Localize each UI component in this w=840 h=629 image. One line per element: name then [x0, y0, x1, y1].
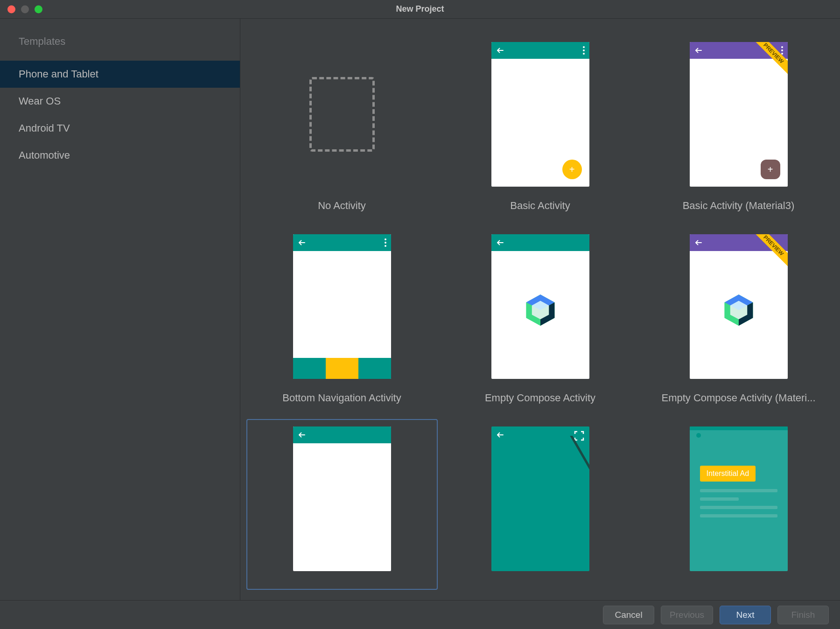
sidebar-item-android-tv[interactable]: Android TV [0, 115, 240, 142]
back-arrow-icon [694, 46, 703, 55]
fab-icon: + [562, 160, 582, 179]
sidebar-item-wear-os[interactable]: Wear OS [0, 88, 240, 115]
app-bar [491, 234, 589, 251]
app-bar [293, 426, 391, 443]
template-card[interactable]: Interstitial Ad [643, 419, 834, 590]
thumbnail-ads: Interstitial Ad [690, 426, 788, 571]
thumbnail-compose [491, 234, 589, 379]
window-title: New Project [396, 4, 444, 14]
more-icon [781, 46, 783, 55]
dialog-body: Templates Phone and TabletWear OSAndroid… [0, 19, 840, 600]
maximize-icon[interactable] [35, 5, 42, 13]
sidebar-item-label: Automotive [19, 149, 70, 161]
next-button[interactable]: Next [720, 606, 771, 624]
template-label: Basic Activity (Material3) [683, 200, 795, 212]
more-icon [583, 46, 585, 55]
sidebar-item-label: Phone and Tablet [19, 68, 98, 80]
template-card[interactable] [445, 419, 636, 590]
sidebar-header: Templates [0, 28, 240, 61]
back-arrow-icon [298, 238, 306, 247]
footer: Cancel Previous Next Finish [0, 600, 840, 629]
app-bar [293, 234, 391, 251]
template-label: Empty Compose Activity (Materi... [661, 392, 815, 404]
close-icon[interactable] [7, 5, 15, 13]
sidebar-item-label: Wear OS [19, 95, 61, 107]
sidebar-item-phone-and-tablet[interactable]: Phone and Tablet [0, 61, 240, 88]
cancel-button[interactable]: Cancel [603, 606, 654, 624]
template-label: Basic Activity [510, 200, 570, 212]
template-card[interactable]: No Activity [246, 35, 438, 217]
jetpack-compose-icon [523, 293, 558, 328]
placeholder-lines [700, 489, 777, 523]
sidebar-item-label: Android TV [19, 122, 70, 134]
template-card[interactable] [246, 419, 438, 590]
template-card[interactable]: +Basic Activity [445, 35, 636, 217]
thumbnail-fullscreen [491, 426, 589, 571]
ad-label: Interstitial Ad [700, 466, 756, 482]
fab-icon: + [761, 160, 780, 179]
new-project-window: New Project Templates Phone and TabletWe… [0, 0, 840, 629]
back-arrow-icon [694, 238, 703, 247]
thumbnail-basic-activity: + [491, 42, 589, 187]
template-label: Empty Compose Activity [485, 392, 595, 404]
template-card[interactable]: Bottom Navigation Activity [246, 227, 438, 410]
dashed-box-icon [309, 77, 375, 152]
sidebar: Templates Phone and TabletWear OSAndroid… [0, 19, 240, 600]
template-gallery: No Activity+Basic Activity+PREVIEWBasic … [240, 19, 840, 600]
thumbnail-empty-activity [293, 426, 391, 571]
back-arrow-icon [496, 238, 504, 247]
window-controls [7, 5, 42, 13]
thumbnail-compose-m3: PREVIEW [690, 234, 788, 379]
template-label: Bottom Navigation Activity [282, 392, 401, 404]
back-arrow-icon [496, 46, 504, 55]
more-icon [385, 238, 386, 247]
sidebar-item-automotive[interactable]: Automotive [0, 142, 240, 169]
template-label: No Activity [318, 200, 366, 212]
thumbnail-basic-activity-m3: +PREVIEW [690, 42, 788, 187]
finish-button[interactable]: Finish [777, 606, 829, 624]
template-card[interactable]: +PREVIEWBasic Activity (Material3) [643, 35, 834, 217]
thumbnail-no-activity [293, 42, 391, 187]
status-dot-icon [696, 433, 701, 438]
app-bar [491, 42, 589, 59]
previous-button[interactable]: Previous [661, 606, 713, 624]
minimize-icon[interactable] [21, 5, 29, 13]
back-arrow-icon [298, 431, 306, 439]
template-card[interactable]: PREVIEWEmpty Compose Activity (Materi... [643, 227, 834, 410]
thumbnail-bottom-nav [293, 234, 391, 379]
bottom-nav-bar [293, 358, 391, 379]
template-card[interactable]: Empty Compose Activity [445, 227, 636, 410]
titlebar: New Project [0, 0, 840, 19]
jetpack-compose-icon [721, 293, 756, 328]
